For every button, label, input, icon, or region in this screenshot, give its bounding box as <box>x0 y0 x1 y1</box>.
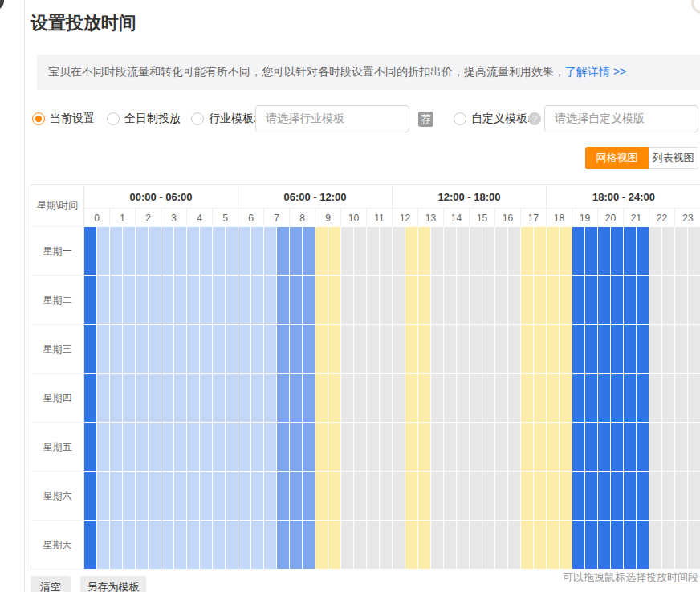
schedule-cell[interactable] <box>624 521 637 569</box>
schedule-cell[interactable] <box>547 227 560 275</box>
schedule-cell[interactable] <box>572 521 585 569</box>
schedule-cell[interactable] <box>393 325 405 373</box>
schedule-cell[interactable] <box>110 227 123 275</box>
schedule-cell[interactable] <box>418 276 431 324</box>
schedule-cell[interactable] <box>611 521 624 569</box>
schedule-cell[interactable] <box>560 423 572 471</box>
schedule-cell[interactable] <box>354 423 367 471</box>
schedule-cell[interactable] <box>457 374 470 422</box>
schedule-cell[interactable] <box>213 423 226 471</box>
schedule-cell[interactable] <box>611 423 624 471</box>
schedule-cell[interactable] <box>457 423 470 471</box>
schedule-cell[interactable] <box>547 423 560 471</box>
schedule-cell[interactable] <box>174 325 187 373</box>
schedule-cell[interactable] <box>226 521 238 569</box>
schedule-cell[interactable] <box>393 472 405 520</box>
schedule-cell[interactable] <box>675 276 688 324</box>
schedule-cell[interactable] <box>380 227 393 275</box>
schedule-cell[interactable] <box>470 472 482 520</box>
schedule-cell[interactable] <box>688 374 700 422</box>
schedule-cell[interactable] <box>264 472 277 520</box>
schedule-cell[interactable] <box>431 423 444 471</box>
schedule-cell[interactable] <box>367 521 380 569</box>
radio-all-day[interactable] <box>107 112 120 125</box>
clear-button[interactable]: 清空 <box>31 576 71 592</box>
schedule-cell[interactable] <box>482 276 495 324</box>
schedule-cell[interactable] <box>251 276 264 324</box>
schedule-cell[interactable] <box>303 227 315 275</box>
schedule-cell[interactable] <box>598 325 611 373</box>
schedule-cell[interactable] <box>649 521 662 569</box>
schedule-cell[interactable] <box>290 472 303 520</box>
schedule-cell[interactable] <box>508 374 521 422</box>
schedule-cell[interactable] <box>187 227 200 275</box>
schedule-cell[interactable] <box>341 374 354 422</box>
schedule-cell[interactable] <box>303 276 315 324</box>
schedule-cell[interactable] <box>457 521 470 569</box>
schedule-cell[interactable] <box>405 521 418 569</box>
schedule-cell[interactable] <box>251 423 264 471</box>
schedule-cell[interactable] <box>405 374 418 422</box>
schedule-cell[interactable] <box>662 423 675 471</box>
learn-more-link[interactable]: 了解详情 >> <box>565 65 626 79</box>
schedule-cell[interactable] <box>470 374 482 422</box>
schedule-cell[interactable] <box>585 227 598 275</box>
schedule-cell[interactable] <box>354 325 367 373</box>
schedule-cell[interactable] <box>508 423 521 471</box>
schedule-cell[interactable] <box>84 227 97 275</box>
schedule-cell[interactable] <box>123 521 136 569</box>
schedule-cell[interactable] <box>251 325 264 373</box>
schedule-cell[interactable] <box>662 374 675 422</box>
schedule-cell[interactable] <box>328 423 341 471</box>
schedule-cell[interactable] <box>341 521 354 569</box>
schedule-cell[interactable] <box>393 374 405 422</box>
schedule-cell[interactable] <box>174 276 187 324</box>
schedule-cell[interactable] <box>97 227 110 275</box>
schedule-cell[interactable] <box>341 423 354 471</box>
schedule-cell[interactable] <box>534 521 547 569</box>
schedule-cell[interactable] <box>444 227 457 275</box>
schedule-cell[interactable] <box>598 227 611 275</box>
schedule-cell[interactable] <box>123 276 136 324</box>
schedule-cell[interactable] <box>585 325 598 373</box>
schedule-cell[interactable] <box>534 374 547 422</box>
schedule-cell[interactable] <box>470 325 482 373</box>
schedule-cell[interactable] <box>572 423 585 471</box>
schedule-cell[interactable] <box>315 276 328 324</box>
schedule-cell[interactable] <box>547 325 560 373</box>
schedule-cell[interactable] <box>624 276 637 324</box>
custom-template-select[interactable]: 请选择自定义模版 <box>544 105 698 132</box>
schedule-cell[interactable] <box>264 227 277 275</box>
schedule-cell[interactable] <box>547 276 560 324</box>
schedule-cell[interactable] <box>97 276 110 324</box>
schedule-cell[interactable] <box>444 521 457 569</box>
schedule-cell[interactable] <box>482 325 495 373</box>
schedule-cell[interactable] <box>482 521 495 569</box>
schedule-cell[interactable] <box>97 423 110 471</box>
schedule-cell[interactable] <box>213 374 226 422</box>
schedule-cell[interactable] <box>662 521 675 569</box>
schedule-cell[interactable] <box>251 374 264 422</box>
schedule-cell[interactable] <box>161 374 174 422</box>
schedule-cell[interactable] <box>637 325 649 373</box>
schedule-cell[interactable] <box>418 374 431 422</box>
schedule-cell[interactable] <box>303 472 315 520</box>
schedule-cell[interactable] <box>213 521 226 569</box>
schedule-cell[interactable] <box>174 423 187 471</box>
schedule-cell[interactable] <box>418 423 431 471</box>
schedule-cell[interactable] <box>624 374 637 422</box>
schedule-cell[interactable] <box>277 227 290 275</box>
schedule-cell[interactable] <box>521 521 534 569</box>
schedule-cell[interactable] <box>431 227 444 275</box>
schedule-cell[interactable] <box>328 227 341 275</box>
schedule-cell[interactable] <box>303 423 315 471</box>
schedule-cell[interactable] <box>354 521 367 569</box>
schedule-cell[interactable] <box>277 374 290 422</box>
schedule-cell[interactable] <box>290 423 303 471</box>
schedule-cell[interactable] <box>110 374 123 422</box>
schedule-cell[interactable] <box>457 276 470 324</box>
schedule-cell[interactable] <box>238 472 251 520</box>
schedule-cell[interactable] <box>624 227 637 275</box>
schedule-cell[interactable] <box>290 227 303 275</box>
schedule-cell[interactable] <box>482 472 495 520</box>
